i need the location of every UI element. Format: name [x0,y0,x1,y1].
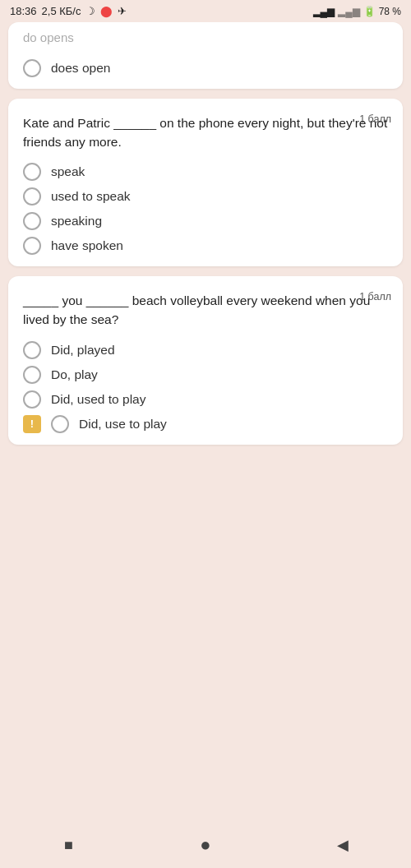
option-label: used to speak [51,189,131,204]
stop-icon: ■ [64,837,73,854]
radio-does-open[interactable] [23,59,41,77]
list-item[interactable]: Did, played [23,341,388,359]
question-text-1: Kate and Patric ______ on the phone ever… [23,113,388,152]
radio-used-to-speak[interactable] [23,187,41,205]
location-icon: ⬤ [100,5,113,17]
option-list-1: speak used to speak speaking have spoken [23,163,388,255]
option-label: have spoken [51,238,123,253]
card-question-1: 1 балл Kate and Patric ______ on the pho… [8,99,403,267]
status-right: ▂▄▆ ▂▄▆ 🔋 78 % [313,6,401,17]
status-bar: 18:36 2,5 КБ/с ☽ ⬤ ✈ ▂▄▆ ▂▄▆ 🔋 78 % [0,0,411,22]
nav-stop-button[interactable]: ■ [52,829,85,861]
option-label: Did, use to play [79,417,167,432]
scroll-area: do opens does open 1 балл Kate and Patri… [0,22,411,825]
option-label: Did, used to play [51,392,145,407]
nav-home-button[interactable]: ● [189,829,222,861]
back-icon: ◀ [337,836,349,854]
send-icon: ✈ [118,5,127,17]
option-label: Did, played [51,343,115,358]
radio-speak[interactable] [23,163,41,181]
radio-do-play[interactable] [23,366,41,384]
option-label: does open [51,61,110,76]
battery-icon: 🔋 [363,6,376,17]
list-item[interactable]: Do, play [23,366,388,384]
radio-speaking[interactable] [23,212,41,230]
list-item[interactable]: speak [23,163,388,181]
question-text-2: _____ you ______ beach volleyball every … [23,291,388,330]
list-item[interactable]: used to speak [23,187,388,205]
moon-icon: ☽ [85,5,95,17]
signal-icon: ▂▄▆ [313,6,335,17]
home-icon: ● [200,834,210,856]
status-left: 18:36 2,5 КБ/с ☽ ⬤ ✈ [10,5,127,17]
nav-back-button[interactable]: ◀ [326,829,359,861]
radio-did-played[interactable] [23,341,41,359]
clipped-option-1: do opens [23,29,388,48]
option-label: speaking [51,214,102,229]
option-list-clipped: does open [23,59,388,77]
score-badge-1: 1 балл [359,113,391,125]
battery-percent: 78 % [379,6,401,17]
bottom-nav: ■ ● ◀ [0,825,411,868]
card-question-2: 1 балл _____ you ______ beach volleyball… [8,276,403,445]
list-item[interactable]: ! Did, use to play [23,415,388,433]
list-item[interactable]: Did, used to play [23,390,388,409]
option-label: Do, play [51,367,98,382]
card-clipped: do opens does open [8,22,403,89]
radio-did-used-to-play[interactable] [23,390,41,409]
radio-have-spoken[interactable] [23,237,41,255]
score-badge-2: 1 балл [359,291,391,302]
list-item[interactable]: does open [23,59,388,77]
status-data: 2,5 КБ/с [42,5,81,17]
radio-did-use-to-play[interactable] [51,415,69,433]
list-item[interactable]: have spoken [23,237,388,255]
option-list-2: Did, played Do, play Did, used to play !… [23,341,388,433]
status-time: 18:36 [10,5,37,17]
notification-icon: ! [23,415,41,433]
option-label: speak [51,164,85,179]
list-item[interactable]: speaking [23,212,388,230]
signal-icon-2: ▂▄▆ [338,6,360,17]
